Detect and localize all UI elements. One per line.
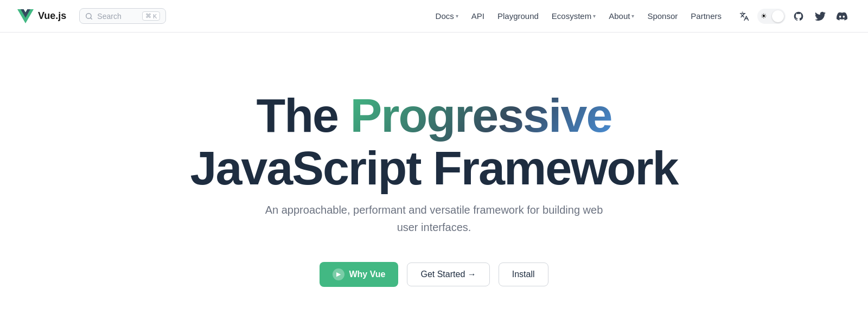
nav-api[interactable]: API bbox=[466, 8, 490, 24]
nav-partners[interactable]: Partners bbox=[685, 8, 727, 24]
get-started-button[interactable]: Get Started → bbox=[407, 262, 489, 286]
chevron-down-icon: ▾ bbox=[593, 13, 596, 19]
search-keyboard-shortcut: ⌘ K bbox=[142, 11, 160, 21]
hero-subtitle: An approachable, performant and versatil… bbox=[260, 201, 608, 236]
discord-link[interactable] bbox=[833, 8, 851, 25]
hero-title-the: The bbox=[257, 88, 350, 142]
kbd-key: K bbox=[153, 13, 157, 20]
twitter-icon bbox=[815, 11, 826, 22]
logo-link[interactable]: Vue.js bbox=[17, 9, 66, 23]
nav-sponsor[interactable]: Sponsor bbox=[642, 8, 683, 24]
translate-button[interactable] bbox=[736, 8, 753, 25]
hero-title: The Progressive JavaScript Framework bbox=[190, 89, 678, 195]
navbar: Vue.js Search ⌘ K Docs ▾ API Playground … bbox=[0, 0, 868, 33]
search-icon bbox=[85, 12, 93, 20]
vue-logo-icon bbox=[17, 9, 34, 23]
why-vue-label: Why Vue bbox=[349, 270, 385, 279]
nav-actions: ☀ bbox=[736, 8, 851, 25]
hero-buttons: ▶ Why Vue Get Started → Install bbox=[320, 262, 548, 287]
translate-icon bbox=[739, 11, 749, 21]
install-button[interactable]: Install bbox=[499, 262, 548, 286]
toggle-thumb bbox=[772, 10, 784, 22]
play-icon: ▶ bbox=[333, 268, 344, 280]
hero-section: The Progressive JavaScript Framework An … bbox=[0, 33, 868, 333]
chevron-down-icon: ▾ bbox=[631, 13, 634, 19]
sun-icon: ☀ bbox=[761, 12, 767, 20]
nav-docs[interactable]: Docs ▾ bbox=[430, 8, 464, 24]
install-label: Install bbox=[512, 270, 535, 279]
search-bar[interactable]: Search ⌘ K bbox=[79, 8, 166, 24]
hero-title-js-framework: JavaScript Framework bbox=[190, 141, 678, 195]
get-started-label: Get Started → bbox=[420, 270, 476, 279]
search-placeholder: Search bbox=[97, 12, 138, 21]
nav-playground[interactable]: Playground bbox=[492, 8, 544, 24]
svg-line-1 bbox=[91, 17, 92, 19]
discord-icon bbox=[837, 11, 847, 22]
twitter-link[interactable] bbox=[812, 8, 829, 25]
github-icon bbox=[793, 11, 804, 22]
why-vue-button[interactable]: ▶ Why Vue bbox=[320, 262, 398, 287]
chevron-down-icon: ▾ bbox=[456, 13, 458, 19]
hero-title-progressive: Progressive bbox=[350, 88, 612, 142]
nav-links: Docs ▾ API Playground Ecosystem ▾ About … bbox=[430, 8, 727, 24]
kbd-symbol: ⌘ bbox=[145, 12, 151, 20]
nav-about[interactable]: About ▾ bbox=[603, 8, 640, 24]
github-link[interactable] bbox=[790, 8, 807, 25]
theme-toggle[interactable]: ☀ bbox=[757, 9, 786, 24]
nav-ecosystem[interactable]: Ecosystem ▾ bbox=[546, 8, 601, 24]
logo-text: Vue.js bbox=[38, 10, 66, 22]
